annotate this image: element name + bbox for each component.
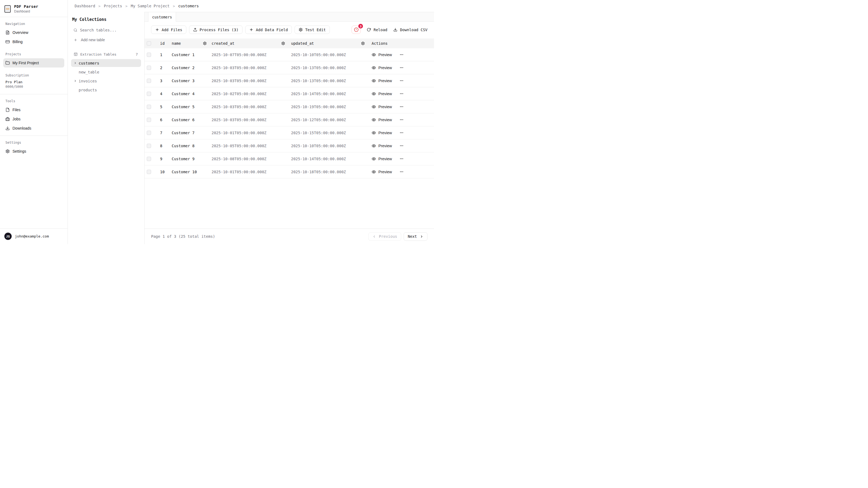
chevron-right-icon [74,79,77,83]
test-edit-button[interactable]: Test Edit [294,26,330,34]
row-menu-button[interactable] [400,157,404,161]
table-item-customers[interactable]: customers [71,59,141,67]
sidebar-item-overview[interactable]: Overview [3,28,64,37]
table-row: 6 Customer 6 2025-10-03T05:00:00.000Z 20… [145,113,434,126]
sidebar-item-settings[interactable]: Settings [3,147,64,156]
briefcase-icon [5,117,10,121]
add-new-table-button[interactable]: Add new table [71,36,141,44]
row-menu-button[interactable] [400,118,404,122]
chevron-right-icon: > [125,4,127,8]
row-checkbox[interactable] [147,92,151,96]
cell-updated-at: 2025-10-12T05:00:00.000Z [291,118,372,122]
row-menu-button[interactable] [400,92,404,96]
user-menu[interactable]: JS john@example.com [0,229,67,244]
row-checkbox[interactable] [147,131,151,135]
search-tables [71,26,141,34]
cell-updated-at: 2025-10-19T05:00:00.000Z [291,105,372,109]
row-menu-button[interactable] [400,53,404,57]
sidebar-item-jobs[interactable]: Jobs [3,115,64,124]
row-checkbox[interactable] [147,105,151,109]
row-checkbox[interactable] [147,170,151,174]
download-icon [5,126,10,130]
select-all-checkbox[interactable] [147,41,151,45]
cell-created-at: 2025-10-03T05:00:00.000Z [212,66,291,70]
row-checkbox[interactable] [147,118,151,122]
table-item-new-table[interactable]: new_table [71,68,141,76]
cell-id: 10 [160,170,172,174]
cell-id: 1 [160,53,172,57]
cell-created-at: 2025-10-05T05:00:00.000Z [212,144,291,148]
cell-id: 9 [160,157,172,161]
eye-icon [372,78,376,83]
chevron-right-icon [74,62,77,65]
add-data-field-button[interactable]: Add Data Field [245,26,292,34]
user-email: john@example.com [15,234,49,238]
file-text-icon [5,30,10,35]
preview-button[interactable]: Preview [372,157,392,161]
avatar: JS [4,233,12,240]
row-menu-button[interactable] [400,78,404,83]
previous-page-button[interactable]: Previous [368,232,401,241]
row-checkbox[interactable] [147,157,151,161]
ellipsis-icon [400,92,404,96]
tab-customers[interactable]: customers [148,12,176,22]
row-menu-button[interactable] [400,131,404,135]
column-settings-button[interactable] [203,41,207,45]
row-menu-button[interactable] [400,105,404,109]
row-checkbox[interactable] [147,144,151,148]
sidebar-item-my-first-project[interactable]: My First Project [3,58,64,67]
alerts-button[interactable]: 3 [351,26,361,34]
download-csv-button[interactable]: Download CSV [393,28,428,32]
pdf-document-icon [4,5,11,13]
preview-button[interactable]: Preview [372,66,392,70]
extraction-tables-group[interactable]: Extraction Tables 7 [71,51,141,58]
breadcrumb-dashboard[interactable]: Dashboard [74,4,95,8]
ellipsis-icon [400,170,404,174]
row-menu-button[interactable] [400,144,404,148]
cell-name: Customer 9 [172,157,194,161]
sidebar-item-billing[interactable]: Billing [3,37,64,46]
preview-button[interactable]: Preview [372,105,392,109]
add-files-button[interactable]: Add Files [151,26,186,34]
cell-name: Customer 5 [172,105,194,109]
process-files-button[interactable]: Process Files (3) [189,26,243,34]
table-item-invoices[interactable]: invoices [71,77,141,85]
table-row: 3 Customer 3 2025-10-03T05:00:00.000Z 20… [145,74,434,87]
collections-panel: My Collections Add new table Extraction … [68,12,145,244]
next-page-button[interactable]: Next [404,232,428,241]
preview-button[interactable]: Preview [372,144,392,148]
search-tables-input[interactable] [80,28,138,32]
eye-icon [372,53,376,57]
gear-icon [281,41,285,45]
tab-bar: customers [145,12,434,22]
cell-id: 4 [160,92,172,96]
cell-id: 8 [160,144,172,148]
preview-label: Preview [378,66,392,70]
breadcrumb-my-sample-project[interactable]: My Sample Project [131,4,169,8]
column-settings-button[interactable] [361,41,365,45]
preview-button[interactable]: Preview [372,92,392,96]
eye-icon [372,66,376,70]
row-menu-button[interactable] [400,170,404,174]
table-item-products[interactable]: products [71,86,141,94]
breadcrumb-projects[interactable]: Projects [104,4,122,8]
column-settings-button[interactable] [281,41,285,45]
row-menu-button[interactable] [400,66,404,70]
preview-button[interactable]: Preview [372,53,392,57]
row-checkbox[interactable] [147,53,151,57]
preview-button[interactable]: Preview [372,131,392,135]
preview-button[interactable]: Preview [372,118,392,122]
sidebar-item-downloads[interactable]: Downloads [3,124,64,133]
search-icon [73,28,77,32]
row-checkbox[interactable] [147,66,151,70]
breadcrumb: Dashboard > Projects > My Sample Project… [68,0,434,12]
preview-button[interactable]: Preview [372,170,392,174]
section-label-navigation: Navigation [3,19,64,28]
reload-button[interactable]: Reload [367,28,388,32]
sidebar-item-files[interactable]: Files [3,105,64,115]
cell-updated-at: 2025-10-13T05:00:00.000Z [291,66,372,70]
row-checkbox[interactable] [147,78,151,83]
preview-button[interactable]: Preview [372,78,392,83]
plus-icon [155,28,159,32]
alert-circle-icon [354,27,359,32]
